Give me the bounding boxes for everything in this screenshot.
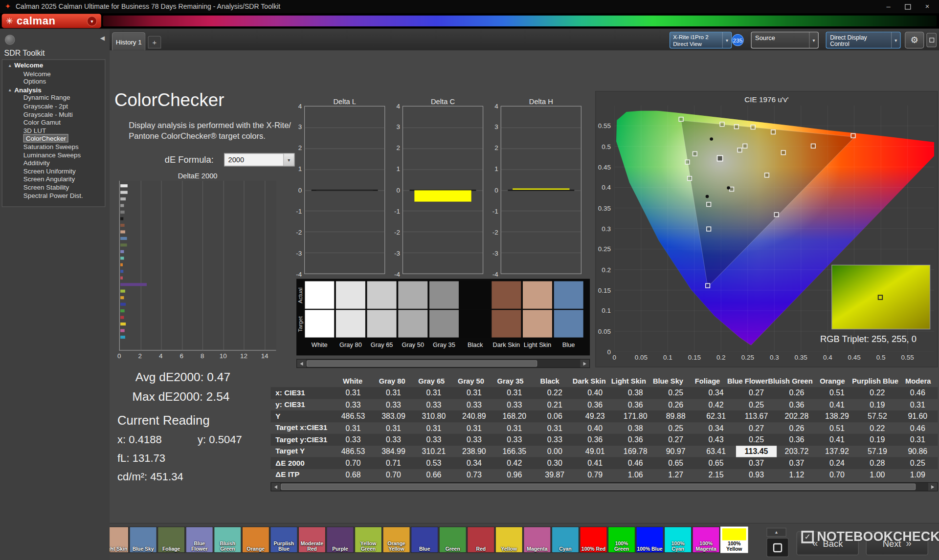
patch-button-yellow-green[interactable]: Yellow Green — [355, 527, 382, 553]
table-column-purplish-blue: Purplish Blue — [852, 377, 898, 385]
sidebar-item-colorchecker[interactable]: ColorChecker — [2, 135, 105, 143]
meter-name: X-Rite i1Pro 2 — [673, 33, 719, 40]
minimize-button[interactable]: – — [887, 3, 891, 10]
settings-button[interactable]: ⚙ — [905, 32, 924, 48]
table-column-foliage: Foliage — [688, 377, 727, 385]
delta-l-yticks: 43210-1-2-3-4 — [288, 106, 302, 274]
sidebar-item-dynamic-range[interactable]: Dynamic Range — [2, 94, 105, 103]
add-tab-button[interactable]: + — [148, 36, 161, 48]
deltae-bar-foliage — [120, 243, 127, 246]
reading-fl: fL: 131.73 — [117, 452, 165, 465]
scroll-left-button[interactable] — [297, 360, 306, 367]
deltae-bar-magenta — [120, 329, 124, 332]
table-row-target-y: Target Y486.53384.99310.21238.90166.350.… — [270, 446, 938, 457]
cie-diagram — [614, 106, 934, 352]
close-button[interactable]: × — [925, 3, 930, 10]
layout-button[interactable] — [926, 33, 937, 47]
patch-button-orange-yellow[interactable]: Orange Yellow — [382, 527, 410, 553]
patch-button-bluish-green[interactable]: Bluish Green — [214, 527, 241, 553]
fullscreen-patch-button[interactable] — [766, 538, 788, 557]
patch-button-100-yellow[interactable]: 100% Yellow — [720, 527, 748, 553]
deltae-bar-purple — [120, 283, 147, 286]
sidebar-item-screen-uniformity[interactable]: Screen Uniformity — [2, 168, 105, 176]
sidebar-item-luminance-sweeps[interactable]: Luminance Sweeps — [2, 151, 105, 159]
scroll-right-button[interactable] — [581, 360, 589, 367]
patch-button-purplish-blue[interactable]: Purplish Blue — [270, 527, 297, 553]
sidebar-item-spectral-power-dist[interactable]: Spectral Power Dist. — [2, 192, 105, 200]
source-selector[interactable]: Source ▼ — [751, 32, 819, 48]
meter-selector[interactable]: X-Rite i1Pro 2 Direct View ▼ — [670, 32, 732, 48]
sidebar-item-additivity[interactable]: Additivity — [2, 159, 105, 168]
table-column-modera: Modera — [898, 377, 938, 385]
delta-h-chart-title: Delta H — [501, 98, 581, 106]
sidebar-item-screen-angularity[interactable]: Screen Angularity — [2, 175, 105, 184]
table-column-blue-flower: Blue Flower — [727, 377, 768, 385]
scroll-left-button[interactable] — [271, 483, 280, 491]
patch-button-blue[interactable]: Blue — [411, 527, 438, 553]
patch-button-light-skin[interactable]: Light Skin — [110, 527, 129, 553]
app-icon: ✦ — [5, 2, 11, 11]
avg-de2000: Avg dE2000: 0.47 — [135, 370, 230, 384]
patch-button-cyan[interactable]: Cyan — [552, 527, 579, 553]
logo-menu-button[interactable]: ▼ — [87, 16, 97, 26]
sidebar-item-color-gamut[interactable]: Color Gamut — [2, 119, 105, 127]
calman-logo[interactable]: ✳ calman ▼ — [2, 14, 101, 28]
sidebar-item-screen-stability[interactable]: Screen Stability — [2, 184, 105, 192]
patch-button-moderate-red[interactable]: Moderate Red — [298, 527, 326, 553]
patch-button-100-red[interactable]: 100% Red — [580, 527, 607, 553]
sidebar-item-welcome[interactable]: Welcome — [2, 70, 105, 78]
patch-button-green[interactable]: Green — [439, 527, 467, 553]
sidebar-item-3d-lut[interactable]: 3D LUT — [2, 127, 105, 135]
swatch-black: Black — [461, 279, 490, 356]
scroll-right-button[interactable] — [928, 483, 937, 491]
expand-toolbar-button[interactable]: ▲ — [766, 528, 786, 537]
table-scrollbar[interactable] — [270, 482, 938, 491]
patch-button-100-cyan[interactable]: 100% Cyan — [664, 527, 692, 553]
patch-button-100-blue[interactable]: 100% Blue — [636, 527, 663, 553]
deltae-bar-light-skin — [120, 230, 125, 233]
delta-c-chart-title: Delta C — [402, 98, 483, 106]
calman-logo-text: calman — [17, 15, 56, 27]
de-formula-dropdown[interactable]: 2000 ▼ — [224, 153, 294, 166]
deltae-bar-orange-yellow — [120, 296, 124, 299]
scrollbar-thumb[interactable] — [307, 360, 537, 366]
sidebar-collapse-icon[interactable]: ◀ — [100, 35, 105, 41]
chevron-down-icon: ▼ — [722, 32, 731, 48]
sidebar-item-grayscale-2pt[interactable]: Grayscale - 2pt — [2, 102, 105, 110]
patch-button-foliage[interactable]: Foliage — [157, 527, 185, 553]
swatch-gray-35: Gray 35 — [429, 279, 459, 356]
patch-button-blue-flower[interactable]: Blue Flower — [186, 527, 213, 553]
sidebar-item-options[interactable]: Options — [2, 78, 105, 86]
maximize-button[interactable] — [905, 4, 911, 9]
table-column-bluish-green: Bluish Green — [768, 377, 812, 385]
current-reading-title: Current Reading — [117, 413, 210, 428]
patch-button-blue-sky[interactable]: Blue Sky — [129, 527, 156, 553]
sidebar-section-welcome[interactable]: ▲Welcome — [2, 62, 105, 70]
scrollbar-thumb[interactable] — [281, 483, 916, 490]
table-column-black: Black — [530, 377, 570, 385]
reading-x: x: 0.4188 — [117, 434, 162, 447]
tab-history-1[interactable]: History 1 — [112, 32, 146, 50]
patch-button-yellow[interactable]: Yellow — [495, 527, 523, 553]
chevron-down-icon: ▼ — [90, 19, 94, 23]
deltae-bar-white — [120, 184, 128, 187]
calman-star-icon: ✳ — [6, 16, 13, 26]
deltae-bar-moderate-red — [120, 277, 123, 280]
deltae-bar-dark-skin — [120, 224, 125, 227]
swatch-strip-scrollbar[interactable] — [296, 359, 590, 368]
sidebar-item-saturation-sweeps[interactable]: Saturation Sweeps — [2, 143, 105, 151]
patch-button-purple[interactable]: Purple — [326, 527, 354, 553]
tree-expander-icon: ▲ — [8, 64, 12, 68]
patch-button-orange[interactable]: Orange — [242, 527, 269, 553]
deltae-chart-plot — [119, 181, 276, 351]
workflow-options-button[interactable] — [5, 35, 15, 45]
patch-button-magenta[interactable]: Magenta — [523, 527, 551, 553]
display-control-selector[interactable]: Direct Display Control ▼ — [826, 32, 901, 48]
sidebar-item-grayscale-multi[interactable]: Grayscale - Multi — [2, 110, 105, 119]
patch-button-red[interactable]: Red — [467, 527, 494, 553]
patch-button-100-green[interactable]: 100% Green — [608, 527, 635, 553]
description-line-1: Display analysis is performed with the X… — [129, 121, 291, 129]
chevron-down-icon: ▼ — [891, 32, 900, 48]
sidebar-section-analysis[interactable]: ▲Analysis — [2, 86, 105, 94]
patch-button-100-magenta[interactable]: 100% Magenta — [693, 527, 720, 553]
